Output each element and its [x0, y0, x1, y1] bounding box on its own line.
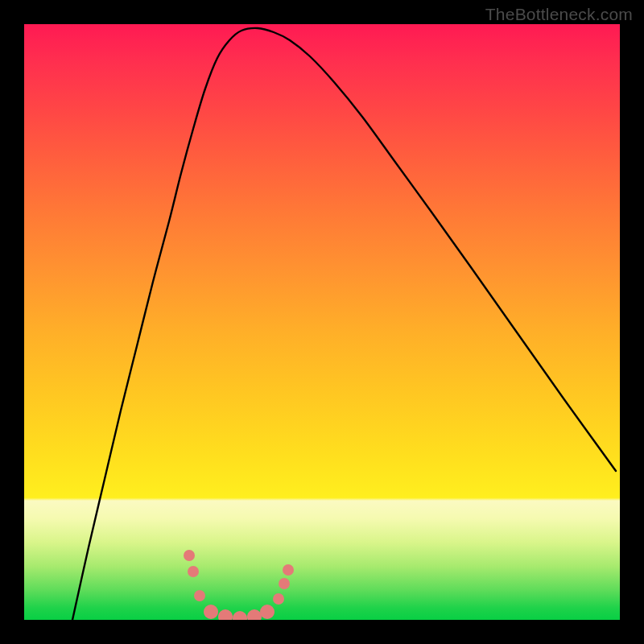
marker-dot [283, 564, 294, 576]
marker-dot [204, 605, 218, 619]
marker-dot [279, 578, 290, 589]
marker-dot [194, 590, 205, 601]
bottom-dots-group [184, 550, 294, 620]
curve-layer [24, 24, 620, 620]
plot-area [24, 24, 620, 620]
marker-dot [188, 566, 199, 577]
marker-dot [218, 609, 233, 620]
bottleneck-curve [72, 28, 616, 620]
chart-frame: TheBottleneck.com [0, 0, 644, 644]
marker-dot [184, 550, 195, 561]
watermark-text: TheBottleneck.com [485, 5, 633, 24]
marker-dot [260, 605, 275, 619]
marker-dot [233, 611, 247, 620]
marker-dot [273, 593, 284, 605]
marker-dot [247, 609, 262, 620]
